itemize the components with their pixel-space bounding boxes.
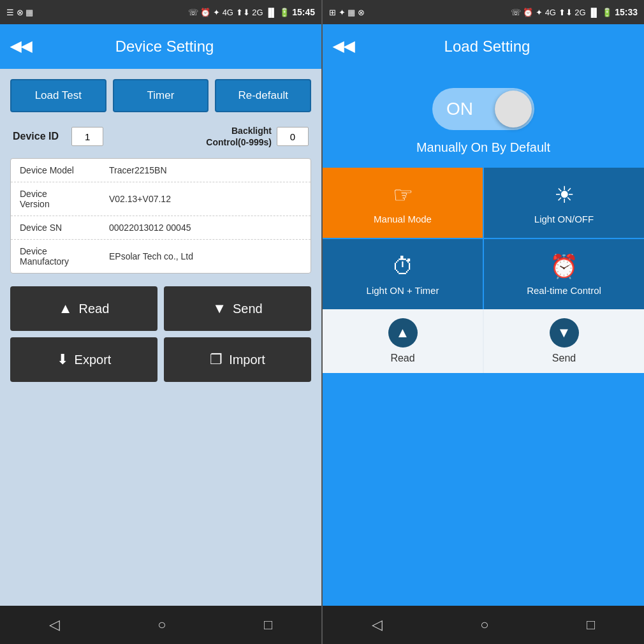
- nav-recent-right[interactable]: □: [587, 617, 595, 633]
- realtime-cell[interactable]: ⏰ Real-time Control: [484, 239, 644, 309]
- read-action-cell[interactable]: ▲ Read: [323, 309, 483, 373]
- light-timer-icon: ⏱: [392, 253, 414, 280]
- read-action-label: Read: [390, 353, 414, 364]
- realtime-label: Real-time Control: [527, 285, 601, 296]
- nav-home-right[interactable]: ○: [480, 617, 488, 633]
- left-phone: ☰ ⊗ ▦ ☏ ⏰ ✦ 4G ⬆⬇ 2G ▐▌ 🔋 15:45 ◀◀ Devic…: [0, 0, 321, 644]
- table-row: DeviceVersion V02.13+V07.12: [11, 182, 311, 216]
- right-phone: ⊞ ✦ ▦ ⊗ ☏ ⏰ ✦ 4G ⬆⬇ 2G ▐▌ 🔋 15:33 ◀◀ Loa…: [323, 0, 644, 644]
- nav-back-left[interactable]: ◁: [49, 617, 60, 633]
- status-left-icons: ☰ ⊗ ▦: [6, 8, 33, 17]
- backlight-label: BacklightControl(0-999s): [206, 125, 272, 148]
- import-icon: ❐: [210, 351, 223, 368]
- status-bar-left: ☰ ⊗ ▦ ☏ ⏰ ✦ 4G ⬆⬇ 2G ▐▌ 🔋 15:45: [0, 0, 321, 24]
- row-value-version: V02.13+V07.12: [109, 194, 302, 204]
- light-onoff-icon: ☀: [554, 182, 574, 209]
- toggle-section: ON Manually On By Default: [323, 69, 644, 168]
- status-icons-right: ☏ ⏰ ✦ 4G ⬆⬇ 2G ▐▌ 🔋: [188, 8, 289, 17]
- on-off-toggle[interactable]: ON: [432, 88, 534, 130]
- table-row: Device SN 00022013012 00045: [11, 216, 311, 240]
- read-button[interactable]: ▲ Read: [10, 286, 157, 331]
- export-label: Export: [75, 353, 112, 367]
- light-onoff-label: Light ON/OFF: [534, 214, 594, 224]
- status-icons-right-right: ☏ ⏰ ✦ 4G ⬆⬇ 2G ▐▌ 🔋: [511, 8, 612, 17]
- send-icon: ▼: [212, 300, 226, 317]
- app-header-right: ◀◀ Load Setting: [323, 24, 644, 69]
- timer-tab[interactable]: Timer: [113, 79, 209, 112]
- bottom-actions: ▲ Read ▼ Send: [323, 309, 644, 373]
- manual-mode-label: Manual Mode: [374, 214, 432, 224]
- light-onoff-cell[interactable]: ☀ Light ON/OFF: [484, 168, 644, 238]
- send-action-cell[interactable]: ▼ Send: [484, 309, 644, 373]
- nav-back-right[interactable]: ◁: [372, 617, 383, 633]
- row-label-version: DeviceVersion: [20, 189, 109, 209]
- device-id-label: Device ID: [13, 131, 59, 142]
- send-action-label: Send: [552, 353, 576, 364]
- manual-mode-icon: ☞: [393, 182, 413, 209]
- table-row: DeviceManufactory EPsolar Tech co., Ltd: [11, 240, 311, 273]
- toggle-state-label: ON: [446, 99, 473, 119]
- row-label-manufactory: DeviceManufactory: [20, 246, 109, 267]
- import-label: Import: [229, 353, 265, 367]
- table-row: Device Model Tracer2215BN: [11, 159, 311, 182]
- status-icons-left: ☰ ⊗ ▦: [6, 8, 33, 17]
- status-bar-right: ⊞ ✦ ▦ ⊗ ☏ ⏰ ✦ 4G ⬆⬇ 2G ▐▌ 🔋 15:33: [323, 0, 644, 24]
- nav-bar-left: ◁ ○ □: [0, 606, 321, 644]
- row-value-manufactory: EPsolar Tech co., Ltd: [109, 251, 302, 261]
- app-content-left: Load Test Timer Re-default Device ID 1 B…: [0, 69, 321, 606]
- row-label-model: Device Model: [20, 165, 109, 175]
- tab-bar: Load Test Timer Re-default: [10, 79, 311, 112]
- read-icon: ▲: [59, 300, 73, 317]
- status-time-right: 15:33: [615, 7, 638, 17]
- export-icon: ⬇: [57, 351, 68, 368]
- realtime-icon: ⏰: [550, 253, 578, 280]
- manually-text: Manually On By Default: [416, 140, 550, 155]
- back-button-right[interactable]: ◀◀: [333, 38, 355, 55]
- app-header-left: ◀◀ Device Setting: [0, 24, 321, 69]
- read-label: Read: [78, 302, 109, 316]
- read-action-icon: ▲: [388, 318, 418, 348]
- device-id-input[interactable]: 1: [71, 127, 103, 146]
- status-right-area: ☏ ⏰ ✦ 4G ⬆⬇ 2G ▐▌ 🔋 15:45: [188, 7, 315, 17]
- page-title-left: Device Setting: [42, 38, 287, 55]
- backlight-input[interactable]: [277, 127, 309, 146]
- backlight-group: BacklightControl(0-999s): [206, 125, 309, 148]
- light-timer-cell[interactable]: ⏱ Light ON + Timer: [323, 239, 483, 309]
- manual-mode-cell[interactable]: ☞ Manual Mode: [323, 168, 483, 238]
- row-label-sn: Device SN: [20, 223, 109, 233]
- page-title-right: Load Setting: [365, 38, 610, 55]
- re-default-tab[interactable]: Re-default: [215, 79, 311, 112]
- nav-home-left[interactable]: ○: [157, 617, 166, 633]
- status-time-left: 15:45: [292, 7, 315, 17]
- device-table: Device Model Tracer2215BN DeviceVersion …: [10, 158, 311, 274]
- row-value-sn: 00022013012 00045: [109, 223, 302, 233]
- send-button[interactable]: ▼ Send: [164, 286, 311, 331]
- import-button[interactable]: ❐ Import: [164, 337, 311, 382]
- status-right-right-area: ☏ ⏰ ✦ 4G ⬆⬇ 2G ▐▌ 🔋 15:33: [511, 7, 638, 17]
- status-icons-right-left: ⊞ ✦ ▦ ⊗: [329, 8, 365, 17]
- app-content-right: ON Manually On By Default ☞ Manual Mode …: [323, 69, 644, 606]
- send-label: Send: [233, 302, 263, 316]
- export-button[interactable]: ⬇ Export: [10, 337, 157, 382]
- light-timer-label: Light ON + Timer: [367, 285, 439, 296]
- back-button-left[interactable]: ◀◀: [10, 38, 32, 55]
- action-buttons: ▲ Read ▼ Send ⬇ Export ❐ Import: [10, 286, 311, 382]
- mode-grid: ☞ Manual Mode ☀ Light ON/OFF ⏱ Light ON …: [323, 168, 644, 309]
- nav-bar-right: ◁ ○ □: [323, 606, 644, 644]
- status-right-left-icons: ⊞ ✦ ▦ ⊗: [329, 8, 365, 17]
- device-id-row: Device ID 1 BacklightControl(0-999s): [10, 125, 311, 148]
- send-action-icon: ▼: [550, 318, 579, 348]
- toggle-knob: [495, 91, 532, 128]
- row-value-model: Tracer2215BN: [109, 165, 302, 175]
- nav-recent-left[interactable]: □: [264, 617, 272, 633]
- load-test-tab[interactable]: Load Test: [10, 79, 106, 112]
